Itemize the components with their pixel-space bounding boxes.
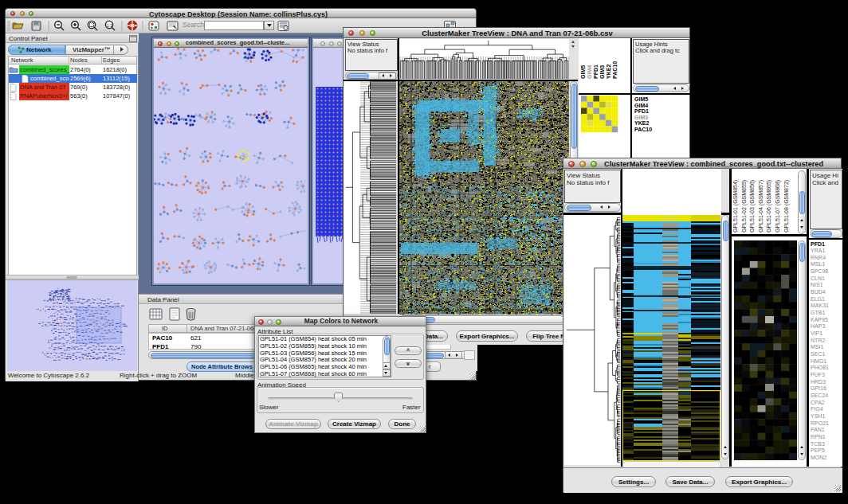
svg-text:GIM5: GIM5 [580,65,586,79]
svg-text:GPL51-06 (GSM865): GPL51-06 (GSM865) [766,180,772,232]
svg-text:1:1: 1:1 [107,23,112,28]
svg-text:GIM3: GIM3 [599,65,605,79]
svg-text:GPL51-04 (GSM857): GPL51-04 (GSM857) [758,180,764,232]
svg-text:YKE2: YKE2 [606,64,611,79]
svg-text:PAC10: PAC10 [612,61,618,79]
svg-text:GPL51-08 (GSM872): GPL51-08 (GSM872) [783,180,790,232]
svg-text:PFD1: PFD1 [593,64,599,79]
svg-text:GPL51-02 (GSM855): GPL51-02 (GSM855) [741,180,748,232]
svg-text:GPL51-03 (GSM856): GPL51-03 (GSM856) [749,180,756,232]
svg-text:GIM4: GIM4 [587,65,592,79]
svg-text:GPL51-01 (GSM854): GPL51-01 (GSM854) [732,180,739,232]
svg-text:GPL51-07 (GSM868): GPL51-07 (GSM868) [775,180,781,232]
